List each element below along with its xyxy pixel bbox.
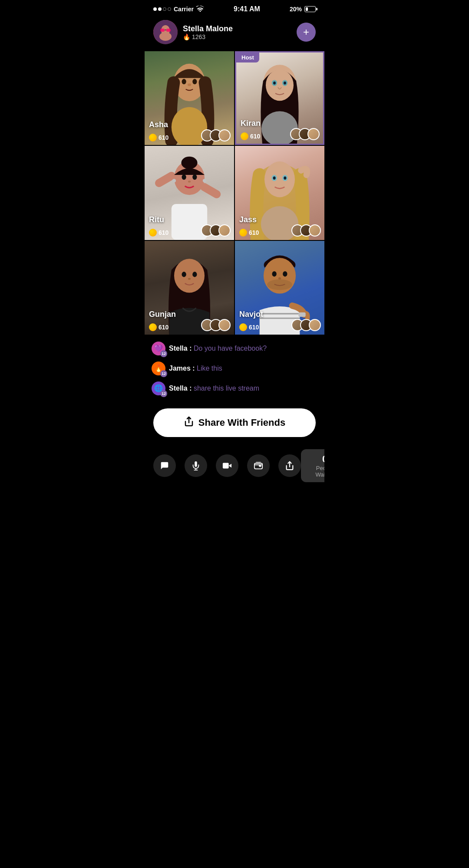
cell-avatars-ritu <box>201 224 231 237</box>
video-cell-asha[interactable]: Asha 610 <box>145 51 234 145</box>
cell-name-jass: Jass <box>239 215 257 224</box>
cell-name-ritu: Ritu <box>149 215 164 224</box>
svg-rect-3 <box>160 29 165 32</box>
svg-point-24 <box>192 174 197 180</box>
svg-rect-41 <box>298 312 305 316</box>
chat-badge-planet: 🌐 12 <box>152 381 165 395</box>
profile-score: 🔥 1263 <box>183 33 291 40</box>
svg-point-26 <box>172 179 176 183</box>
svg-point-9 <box>192 79 197 84</box>
svg-point-22 <box>181 157 197 169</box>
svg-point-37 <box>188 278 191 279</box>
carrier-label: Carrier <box>174 6 194 13</box>
mini-avatar-3 <box>218 224 231 237</box>
mini-avatar-3 <box>309 319 321 331</box>
chat-text-2: James : Like this <box>169 365 222 372</box>
video-grid: Asha 610 <box>145 51 324 335</box>
video-cell-ritu[interactable]: Ritu 610 <box>145 146 234 240</box>
chat-button[interactable] <box>153 454 176 477</box>
svg-point-36 <box>192 272 197 277</box>
cell-name-kiran: Kiran <box>241 119 261 128</box>
battery-fill <box>306 7 308 11</box>
people-waiting-count: 0 <box>309 454 324 465</box>
svg-point-42 <box>272 271 276 276</box>
status-left: Carrier <box>153 6 204 13</box>
svg-point-2 <box>159 32 172 41</box>
wallet-button[interactable] <box>247 454 270 477</box>
video-button[interactable] <box>216 454 238 477</box>
share-button-label: Share With Friends <box>198 417 285 428</box>
mic-button[interactable] <box>185 454 207 477</box>
bottom-icons <box>153 454 301 477</box>
chat-text-1: Stella : Do you have facebook? <box>169 345 267 352</box>
coin-icon <box>239 229 247 237</box>
svg-point-15 <box>273 82 276 85</box>
avatar <box>153 20 178 44</box>
svg-point-40 <box>267 279 292 290</box>
chat-message-2: 🔥 12 James : Like this <box>152 362 317 375</box>
svg-point-32 <box>284 177 286 180</box>
signal-dot-3 <box>163 7 166 11</box>
signal-dots <box>153 7 171 11</box>
svg-point-35 <box>182 272 186 277</box>
svg-point-27 <box>203 179 206 183</box>
people-waiting-label: People Waiting <box>309 465 324 478</box>
svg-point-34 <box>174 259 205 293</box>
video-cell-kiran[interactable]: Host Kiran 610 <box>235 51 324 145</box>
mini-avatar-3 <box>307 128 320 140</box>
svg-point-28 <box>264 161 295 197</box>
badge-num-2: 12 <box>160 370 167 377</box>
cell-avatars-navjot <box>291 319 321 331</box>
svg-point-23 <box>182 174 186 180</box>
battery-icon <box>304 6 316 12</box>
badge-num-1: 12 <box>160 350 167 357</box>
cell-name-navjot: Navjot <box>239 310 263 319</box>
status-bar: Carrier 9:41 AM 20% <box>145 0 324 16</box>
coin-icon <box>239 323 247 331</box>
chat-badge-heart: 💜 12 <box>152 342 165 355</box>
cell-avatars-jass <box>291 224 321 237</box>
coin-icon <box>149 323 157 331</box>
share-section: Share With Friends <box>145 405 324 444</box>
svg-point-16 <box>284 82 286 85</box>
status-time: 9:41 AM <box>234 5 260 13</box>
video-cell-navjot[interactable]: Navjot 610 <box>235 241 324 335</box>
mini-avatar-3 <box>218 319 231 331</box>
coin-icon <box>241 132 248 140</box>
svg-point-43 <box>283 271 287 276</box>
share-button-bottom[interactable] <box>278 454 301 477</box>
chat-section: 💜 12 Stella : Do you have facebook? 🔥 12… <box>145 335 324 405</box>
profile-info: Stella Malone 🔥 1263 <box>183 24 291 40</box>
chat-text-3: Stella : share this live stream <box>169 385 259 392</box>
cell-score-jass: 610 <box>239 229 259 237</box>
svg-rect-4 <box>166 29 171 32</box>
wifi-icon <box>196 6 204 13</box>
host-badge: Host <box>236 53 259 62</box>
svg-rect-49 <box>223 463 229 468</box>
video-cell-gunjan[interactable]: Gunjan 610 <box>145 241 234 335</box>
svg-point-25 <box>188 181 191 183</box>
mini-avatar-3 <box>309 224 321 237</box>
fire-icon: 🔥 <box>183 33 190 40</box>
cell-avatars-kiran <box>290 128 320 140</box>
cell-score-navjot: 610 <box>239 323 259 331</box>
signal-dot-1 <box>153 7 157 11</box>
svg-rect-50 <box>254 463 262 469</box>
chat-badge-fire: 🔥 12 <box>152 362 165 375</box>
profile-name: Stella Malone <box>183 24 291 33</box>
svg-point-44 <box>278 277 281 279</box>
coin-icon <box>149 134 157 141</box>
bottom-bar: 0 People Waiting <box>145 444 324 491</box>
svg-point-12 <box>266 69 294 101</box>
score-value: 1263 <box>192 33 205 40</box>
add-button[interactable]: + <box>297 23 316 42</box>
cell-name-asha: Asha <box>149 120 168 129</box>
video-cell-jass[interactable]: Jass 610 <box>235 146 324 240</box>
share-icon <box>184 416 194 429</box>
battery-percent: 20% <box>290 6 302 13</box>
coin-icon <box>149 229 157 237</box>
cell-score-asha: 610 <box>149 134 168 141</box>
signal-dot-2 <box>158 7 162 11</box>
chat-message-1: 💜 12 Stella : Do you have facebook? <box>152 342 317 355</box>
share-with-friends-button[interactable]: Share With Friends <box>153 408 316 437</box>
